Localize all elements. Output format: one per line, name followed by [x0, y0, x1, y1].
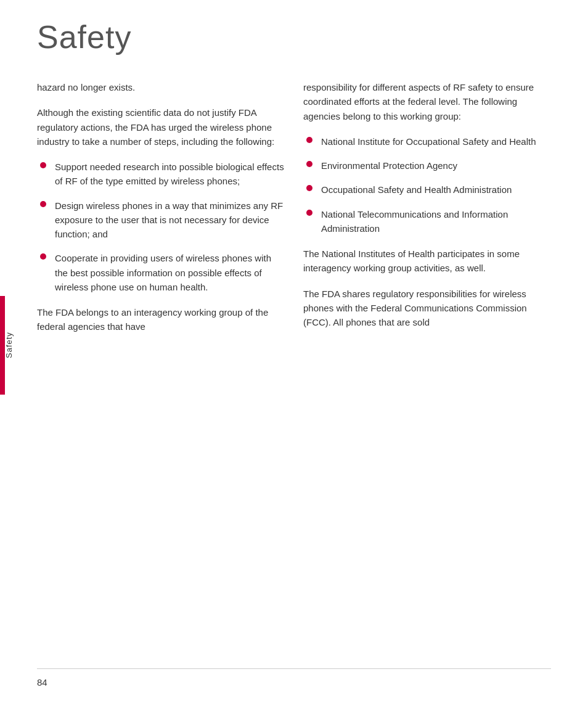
fda-fcc-paragraph: The FDA shares regulatory responsibiliti… [303, 287, 551, 330]
page-container: Safety Safety hazard no longer exists. A… [0, 0, 588, 706]
left-bullet-list: Support needed research into possible bi… [37, 160, 285, 294]
list-item: Environmental Protection Agency [303, 158, 551, 173]
nih-paragraph: The National Institutes of Health partic… [303, 247, 551, 276]
right-intro-paragraph: responsibility for different aspects of … [303, 80, 551, 123]
list-item: National Telecommunications and Informat… [303, 207, 551, 236]
right-column: responsibility for different aspects of … [303, 80, 551, 345]
list-item: National Institute for Occupational Safe… [303, 134, 551, 149]
agency-text: National Institute for Occupational Safe… [321, 134, 551, 149]
bullet-text: Cooperate in providing users of wireless… [55, 251, 285, 294]
list-item: Occupational Safety and Health Administr… [303, 183, 551, 197]
bottom-line [37, 668, 551, 669]
bullet-dot [306, 137, 312, 143]
bullet-dot [40, 201, 46, 207]
side-tab-label: Safety [0, 296, 17, 395]
bullet-text: Design wireless phones in a way that min… [55, 199, 285, 242]
list-item: Design wireless phones in a way that min… [37, 199, 285, 242]
left-closing-paragraph: The FDA belongs to an interagency workin… [37, 305, 285, 334]
side-tab: Safety [0, 296, 17, 395]
fda-paragraph: Although the existing scientific data do… [37, 105, 285, 149]
bullet-dot [40, 162, 46, 168]
intro-paragraph: hazard no longer exists. [37, 80, 285, 94]
bullet-dot [306, 161, 312, 167]
bullet-text: Support needed research into possible bi… [55, 160, 285, 189]
right-bullet-list: National Institute for Occupational Safe… [303, 134, 551, 236]
agency-text: National Telecommunications and Informat… [321, 207, 551, 236]
agency-text: Environmental Protection Agency [321, 158, 551, 173]
content-area: hazard no longer exists. Although the ex… [37, 80, 551, 345]
bullet-dot [306, 185, 312, 191]
page-title: Safety [37, 18, 131, 55]
agency-text: Occupational Safety and Health Administr… [321, 183, 551, 197]
bullet-dot [40, 253, 46, 260]
left-column: hazard no longer exists. Although the ex… [37, 80, 285, 345]
list-item: Cooperate in providing users of wireless… [37, 251, 285, 294]
list-item: Support needed research into possible bi… [37, 160, 285, 189]
bullet-dot [306, 210, 312, 216]
page-number: 84 [37, 677, 47, 688]
